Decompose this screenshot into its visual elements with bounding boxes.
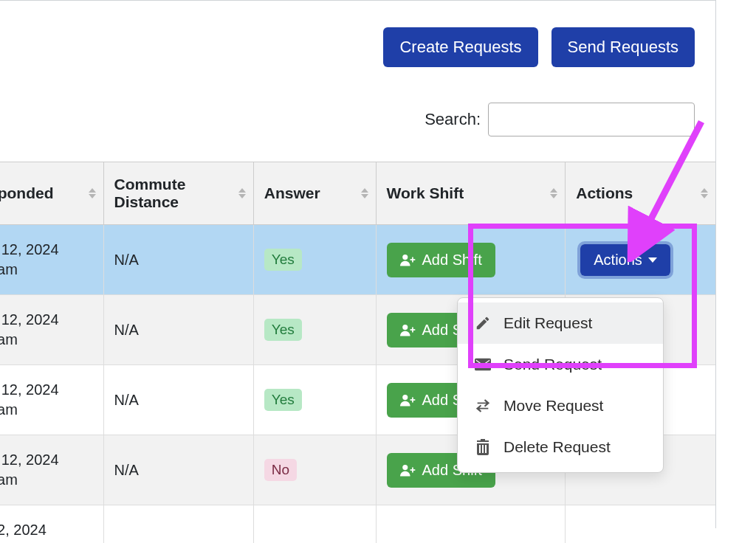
answer-badge-yes: Yes — [264, 319, 302, 341]
actions-dropdown-menu: Edit Request Send Request Move Request D… — [457, 297, 664, 473]
user-plus-icon — [400, 463, 416, 477]
answer-badge-yes: Yes — [264, 249, 302, 271]
search-row: Search: — [0, 82, 715, 162]
sort-icon — [89, 188, 96, 198]
svg-point-3 — [402, 465, 408, 470]
column-header-answer-label: Answer — [264, 184, 320, 201]
answer-badge-no: No — [264, 459, 297, 481]
send-requests-button[interactable]: Send Requests — [551, 27, 695, 67]
answer-cell — [253, 505, 376, 544]
user-plus-icon — [400, 393, 416, 407]
dropdown-item-label: Edit Request — [504, 314, 592, 332]
dropdown-item-label: Delete Request — [504, 438, 611, 456]
dropdown-item-delete-request[interactable]: Delete Request — [458, 426, 663, 468]
dropdown-item-edit-request[interactable]: Edit Request — [458, 302, 663, 344]
workshift-cell: Add Shift — [376, 225, 566, 295]
user-plus-icon — [400, 323, 416, 336]
envelope-icon — [474, 358, 492, 371]
actions-button-label: Actions — [594, 252, 642, 269]
edit-icon — [474, 315, 492, 331]
actions-dropdown-button[interactable]: Actions — [580, 244, 670, 276]
answer-cell: No — [253, 435, 376, 505]
search-input[interactable] — [488, 103, 695, 136]
dropdown-item-send-request[interactable]: Send Request — [458, 344, 663, 385]
chevron-down-icon — [648, 257, 657, 263]
table-row: g 12, 2024 0am N/A Yes Add Shift — [0, 225, 715, 295]
sort-icon — [238, 188, 246, 198]
swap-icon — [474, 398, 492, 413]
responded-cell: g 12, 2024 0am — [0, 295, 103, 365]
trash-icon — [474, 439, 492, 455]
actions-cell — [566, 505, 715, 544]
column-header-actions-label: Actions — [576, 184, 633, 201]
create-requests-button[interactable]: Create Requests — [383, 27, 537, 67]
dropdown-item-label: Move Request — [504, 397, 603, 415]
column-header-answer[interactable]: Answer — [253, 162, 376, 225]
table-row: 12, 2024 — [0, 505, 715, 544]
add-shift-button[interactable]: Add Shift — [387, 243, 495, 277]
column-header-workshift-label: Work Shift — [387, 184, 464, 201]
sort-icon — [701, 188, 708, 198]
actions-cell: Actions — [566, 225, 715, 295]
commute-cell — [103, 505, 253, 544]
column-header-responded[interactable]: sponded — [0, 162, 103, 225]
commute-cell: N/A — [103, 365, 253, 435]
workshift-cell — [376, 505, 566, 544]
answer-cell: Yes — [253, 295, 376, 365]
svg-point-0 — [402, 255, 408, 260]
answer-cell: Yes — [253, 365, 376, 435]
column-header-responded-label: sponded — [0, 184, 54, 201]
sort-icon — [550, 188, 557, 198]
top-toolbar: Create Requests Send Requests — [0, 1, 715, 82]
svg-point-2 — [402, 395, 408, 400]
sort-icon — [361, 188, 368, 198]
column-header-commute-label: Commute Distance — [114, 176, 186, 210]
search-label: Search: — [425, 110, 481, 129]
dropdown-item-label: Send Request — [504, 356, 602, 373]
user-plus-icon — [400, 253, 416, 266]
commute-cell: N/A — [103, 295, 253, 365]
commute-cell: N/A — [103, 435, 253, 505]
responded-cell: g 12, 2024 0am — [0, 365, 103, 435]
answer-badge-yes: Yes — [264, 389, 302, 411]
add-shift-label: Add Shift — [422, 252, 482, 269]
commute-cell: N/A — [103, 225, 253, 295]
column-header-actions[interactable]: Actions — [566, 162, 715, 225]
responded-cell: 12, 2024 — [0, 505, 103, 544]
svg-point-1 — [402, 325, 408, 330]
responded-cell: g 12, 2024 0am — [0, 225, 103, 295]
dropdown-item-move-request[interactable]: Move Request — [458, 385, 663, 426]
answer-cell: Yes — [253, 225, 376, 295]
column-header-commute[interactable]: Commute Distance — [103, 162, 253, 225]
responded-cell: g 12, 2024 8am — [0, 435, 103, 505]
column-header-workshift[interactable]: Work Shift — [376, 162, 566, 225]
